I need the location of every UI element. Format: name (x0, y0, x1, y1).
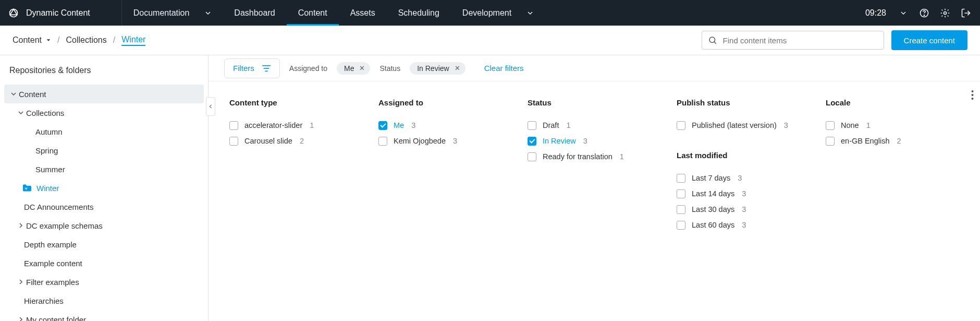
filter-row-count: 2 (897, 137, 901, 145)
sidebar-title: Repositories & folders (0, 55, 208, 85)
filter-pill-value: Me (344, 64, 354, 73)
nav-content[interactable]: Content (287, 0, 339, 26)
filter-row[interactable]: Kemi Ojogbede3 (378, 133, 512, 149)
tree-node-example-content[interactable]: Example content (4, 254, 204, 272)
filter-row-label: Kemi Ojogbede (394, 137, 446, 145)
tree-node-autumn[interactable]: Autumn (4, 122, 204, 141)
chevron-down-icon (8, 91, 19, 97)
filter-row-count: 3 (784, 121, 788, 129)
filter-icon (262, 65, 271, 72)
tree-node-dc-example-schemas[interactable]: DC example schemas (4, 216, 204, 235)
checkbox-icon (677, 221, 685, 230)
filter-row-count: 2 (300, 137, 304, 145)
nav-label: Dashboard (234, 8, 275, 18)
filter-row[interactable]: Ready for translation1 (528, 149, 661, 164)
logout-icon[interactable] (960, 7, 972, 19)
gear-icon[interactable] (939, 7, 951, 19)
tree-node-collections[interactable]: Collections (4, 103, 204, 122)
folder-open-icon (22, 184, 32, 192)
tree-node-content[interactable]: Content (4, 85, 204, 103)
caret-down-icon (46, 38, 51, 43)
help-icon[interactable] (918, 7, 930, 19)
tree-node-my-content-folder[interactable]: My content folder (4, 310, 204, 321)
tree-node-label: Hierarchies (24, 296, 64, 305)
search-input[interactable] (702, 31, 884, 50)
tree-node-label: DC Announcements (24, 203, 93, 211)
nav-documentation[interactable]: Documentation (122, 0, 223, 26)
filter-row-label: Carousel slide (244, 137, 292, 145)
tree-node-label: Collections (26, 109, 64, 117)
tree-node-hierarchies[interactable]: Hierarchies (4, 291, 204, 310)
content-pane: Filters Assigned to Me ✕ Status In Revie… (209, 55, 980, 321)
more-options-button[interactable] (968, 87, 977, 103)
nav-assets[interactable]: Assets (339, 0, 387, 26)
filter-row[interactable]: In Review3 (528, 133, 661, 149)
breadcrumb: Content / Collections / Winter (13, 35, 145, 46)
svg-point-2 (924, 15, 924, 15)
filter-row-count: 3 (742, 189, 746, 198)
filter-row[interactable]: en-GB English2 (826, 133, 959, 149)
checkbox-icon (826, 137, 835, 146)
filter-row[interactable]: Published (latest version)3 (677, 117, 810, 133)
filter-row[interactable]: Last 14 days3 (677, 186, 810, 201)
checkbox-icon (677, 174, 685, 183)
filter-col-title: Content type (229, 98, 363, 107)
clear-filters-link[interactable]: Clear filters (484, 64, 524, 73)
chevron-down-icon (16, 110, 26, 116)
search-field (702, 31, 884, 50)
filters-toggle-button[interactable]: Filters (224, 58, 280, 78)
breadcrumb-root-dropdown[interactable]: Content (13, 35, 51, 45)
filter-row-label: None (841, 121, 859, 129)
filter-row[interactable]: Last 60 days3 (677, 217, 810, 233)
checkbox-icon (229, 137, 238, 146)
filter-row[interactable]: Last 30 days3 (677, 201, 810, 217)
chevron-down-icon[interactable] (898, 7, 909, 19)
filter-row-label: accelerator-slider (244, 121, 302, 129)
nav-scheduling[interactable]: Scheduling (387, 0, 451, 26)
filter-row[interactable]: Last 7 days3 (677, 170, 810, 186)
tree-node-spring[interactable]: Spring (4, 141, 204, 160)
breadcrumb-collections[interactable]: Collections (66, 35, 107, 45)
filter-row[interactable]: None1 (826, 117, 959, 133)
filter-row-count: 1 (620, 152, 624, 161)
filter-col-locale: Locale None1 en-GB English2 (826, 98, 959, 304)
tree-node-label: Winter (36, 184, 59, 193)
filter-row-label: Ready for translation (543, 152, 612, 161)
filter-col-content-type: Content type accelerator-slider1 Carouse… (229, 98, 363, 304)
brand-logo-icon (8, 8, 19, 18)
filter-row[interactable]: Me3 (378, 117, 512, 133)
nav-development[interactable]: Development (451, 0, 545, 26)
tree-node-label: Filter examples (26, 278, 79, 287)
filter-row-label: Last 30 days (692, 205, 734, 213)
close-icon[interactable]: ✕ (359, 64, 365, 72)
nav-label: Assets (350, 8, 375, 18)
filter-row-count: 1 (566, 121, 570, 129)
tree-node-depth-example[interactable]: Depth example (4, 235, 204, 254)
tree-node-summer[interactable]: Summer (4, 160, 204, 179)
svg-point-9 (972, 94, 974, 96)
nav-dashboard[interactable]: Dashboard (223, 0, 286, 26)
checkbox-icon (528, 121, 536, 130)
filter-pill-assigned-me: Me ✕ (337, 62, 370, 75)
filter-row[interactable]: Draft1 (528, 117, 661, 133)
breadcrumb-current[interactable]: Winter (121, 35, 145, 46)
close-icon[interactable]: ✕ (455, 64, 460, 72)
filter-col-status: Status Draft1 In Review3 Ready for trans… (528, 98, 661, 304)
filter-row-label: Last 7 days (692, 174, 730, 182)
filter-col-title: Assigned to (378, 98, 512, 107)
tree-node-dc-announcements[interactable]: DC Announcements (4, 197, 204, 216)
chevron-right-icon (16, 279, 26, 285)
filter-row-count: 3 (738, 174, 742, 182)
chevron-right-icon (16, 316, 26, 321)
filter-row-count: 3 (411, 121, 415, 129)
filter-group-label: Status (379, 64, 400, 73)
checkbox-icon (229, 121, 238, 130)
tree-node-filter-examples[interactable]: Filter examples (4, 272, 204, 291)
clock: 09:28 (865, 8, 886, 18)
tree-node-winter[interactable]: Winter (4, 179, 204, 197)
filter-panel: Content type accelerator-slider1 Carouse… (209, 81, 980, 321)
chevron-right-icon (16, 222, 26, 229)
filter-row[interactable]: accelerator-slider1 (229, 117, 363, 133)
create-content-button[interactable]: Create content (891, 30, 967, 50)
filter-row[interactable]: Carousel slide2 (229, 133, 363, 149)
